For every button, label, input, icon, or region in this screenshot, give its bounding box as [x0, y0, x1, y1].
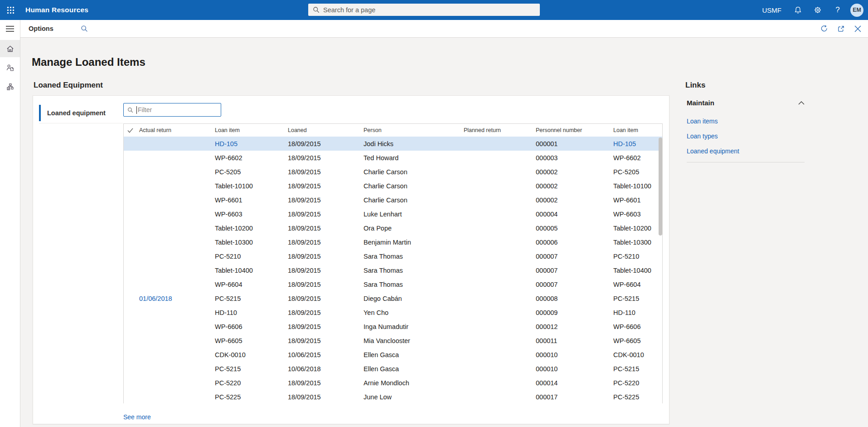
environment-selector[interactable]: USMF: [756, 6, 788, 14]
table-row[interactable]: PC-522018/09/2015Arnie Mondloch000014PC-…: [124, 376, 662, 390]
table-row[interactable]: WP-660218/09/2015Ted Howard000003WP-6602: [124, 151, 662, 165]
cell-person: Sara Thomas: [361, 267, 461, 274]
refresh-icon[interactable]: [816, 20, 833, 38]
help-icon[interactable]: ?: [828, 0, 848, 20]
cell-loan_item_2: WP-6606: [611, 323, 659, 330]
cell-loan_item_2: WP-6601: [611, 196, 659, 204]
cell-personnel_number: 000008: [533, 295, 611, 302]
column-header-loaned[interactable]: Loaned: [285, 127, 361, 133]
table-row[interactable]: WP-660318/09/2015Luke Lenhart000004WP-66…: [124, 207, 662, 221]
links-item-loan-items[interactable]: Loan items: [687, 113, 805, 128]
cell-loan_item[interactable]: HD-105: [212, 140, 285, 147]
links-item-loan-types[interactable]: Loan types: [687, 128, 805, 143]
cell-loaned: 18/09/2015: [285, 309, 361, 316]
hamburger-menu-icon[interactable]: [0, 20, 20, 38]
select-all-check-icon[interactable]: [124, 128, 136, 133]
links-group-maintain[interactable]: Maintain: [687, 99, 805, 107]
cell-loan_item: WP-6606: [212, 323, 285, 330]
column-header-person[interactable]: Person: [361, 127, 461, 133]
cell-loaned: 18/09/2015: [285, 267, 361, 274]
cell-loan_item_2: HD-110: [611, 309, 659, 316]
cell-person: Charlie Carson: [361, 196, 461, 204]
cell-loaned: 18/09/2015: [285, 225, 361, 232]
search-icon: [313, 6, 320, 13]
table-row[interactable]: PC-522518/09/2015June Low000017PC-5225: [124, 390, 662, 404]
cell-person: Ellen Gasca: [361, 365, 461, 373]
close-icon[interactable]: [849, 20, 866, 38]
cell-personnel_number: 000007: [533, 267, 611, 274]
cell-loan_item: PC-5215: [212, 295, 285, 302]
command-toolbar: Options: [20, 20, 868, 38]
cell-person: Mia Vanclooster: [361, 337, 461, 344]
column-header-loan_item_2[interactable]: Loan item: [611, 127, 659, 133]
cell-personnel_number: 000010: [533, 365, 611, 373]
cell-personnel_number: 000017: [533, 393, 611, 401]
column-header-personnel_number[interactable]: Personnel number: [533, 127, 611, 133]
app-launcher-waffle-icon[interactable]: [0, 0, 21, 20]
open-in-new-window-icon[interactable]: [833, 20, 849, 38]
table-row[interactable]: WP-660518/09/2015Mia Vanclooster000011WP…: [124, 334, 662, 348]
table-row[interactable]: PC-521018/09/2015Sara Thomas000007PC-521…: [124, 249, 662, 263]
table-row[interactable]: Tablet-1020018/09/2015Ora Pope000005Tabl…: [124, 221, 662, 235]
section-title: Loaned Equipment: [34, 81, 103, 90]
table-row[interactable]: PC-521510/06/2018Ellen Gasca000010PC-521…: [124, 362, 662, 376]
settings-gear-icon[interactable]: [808, 0, 828, 20]
cell-loan_item: PC-5215: [212, 365, 285, 373]
cell-actual_return[interactable]: 01/06/2018: [136, 295, 212, 302]
cell-person: Charlie Carson: [361, 168, 461, 176]
cell-personnel_number: 000005: [533, 225, 611, 232]
cell-personnel_number: 000003: [533, 154, 611, 162]
cell-loan_item_2: Tablet-10100: [611, 182, 659, 190]
table-row[interactable]: WP-660118/09/2015Charlie Carson000002WP-…: [124, 193, 662, 207]
grid-vertical-scrollbar[interactable]: [659, 137, 662, 236]
table-row[interactable]: HD-11018/09/2015Yen Cho000009HD-110: [124, 305, 662, 319]
grid-filter-input[interactable]: Filter: [123, 103, 221, 117]
cell-loaned: 18/09/2015: [285, 211, 361, 218]
sidebar-item-tasks[interactable]: [0, 78, 20, 95]
cell-loan_item_2: WP-6604: [611, 281, 659, 288]
column-header-planned_return[interactable]: Planned return: [461, 127, 533, 133]
notifications-bell-icon[interactable]: [788, 0, 808, 20]
cell-loan_item: WP-6602: [212, 154, 285, 162]
cell-personnel_number: 000004: [533, 211, 611, 218]
sidebar-item-worker-records[interactable]: [0, 59, 20, 76]
cell-person: Sara Thomas: [361, 253, 461, 260]
links-item-loaned-equipment[interactable]: Loaned equipment: [687, 143, 805, 158]
cell-loaned: 18/09/2015: [285, 393, 361, 401]
table-row[interactable]: Tablet-1010018/09/2015Charlie Carson0000…: [124, 179, 662, 193]
table-row[interactable]: CDK-001010/06/2015Ellen Gasca000010CDK-0…: [124, 348, 662, 362]
column-header-actual_return[interactable]: Actual return: [136, 127, 212, 133]
cell-personnel_number: 000012: [533, 323, 611, 330]
table-row[interactable]: 01/06/2018PC-521518/09/2015Diego Cabán00…: [124, 291, 662, 305]
tab-label: Loaned equipment: [47, 109, 106, 117]
table-row[interactable]: Tablet-1030018/09/2015Benjamin Martin000…: [124, 235, 662, 249]
options-menu[interactable]: Options: [29, 25, 53, 32]
user-avatar[interactable]: EM: [850, 4, 863, 17]
text-caret: [136, 106, 137, 114]
column-header-loan_item[interactable]: Loan item: [212, 127, 285, 133]
table-row[interactable]: WP-660618/09/2015Inga Numadutir000012WP-…: [124, 319, 662, 334]
tab-loaned-equipment[interactable]: Loaned equipment: [39, 103, 123, 123]
cell-person: Inga Numadutir: [361, 323, 461, 330]
global-search-input[interactable]: Search for a page: [308, 4, 540, 16]
toolbar-search-icon[interactable]: [81, 25, 88, 32]
cell-person: Benjamin Martin: [361, 239, 461, 246]
cell-person: Yen Cho: [361, 309, 461, 316]
home-icon: [6, 44, 15, 53]
sidebar-item-home[interactable]: [0, 40, 20, 57]
cell-loan_item_2[interactable]: HD-105: [611, 140, 659, 147]
dynamics-hr-app: { "app": { "title": "Human Resources", "…: [0, 0, 868, 427]
app-title: Human Resources: [25, 6, 88, 14]
table-row[interactable]: WP-660418/09/2015Sara Thomas000007WP-660…: [124, 277, 662, 291]
cell-loan_item_2: CDK-0010: [611, 351, 659, 358]
table-row[interactable]: PC-520518/09/2015Charlie Carson000002PC-…: [124, 165, 662, 179]
cell-person: Jodi Hicks: [361, 140, 461, 147]
links-divider: [687, 162, 805, 162]
nav-sidebar: [0, 20, 20, 427]
org-chart-check-icon: [6, 83, 15, 91]
see-more-link[interactable]: See more: [123, 413, 151, 421]
table-row[interactable]: HD-10518/09/2015Jodi Hicks000001HD-105: [124, 137, 662, 151]
cell-loan_item: WP-6604: [212, 281, 285, 288]
cell-loan_item: Tablet-10200: [212, 225, 285, 232]
table-row[interactable]: Tablet-1040018/09/2015Sara Thomas000007T…: [124, 263, 662, 277]
